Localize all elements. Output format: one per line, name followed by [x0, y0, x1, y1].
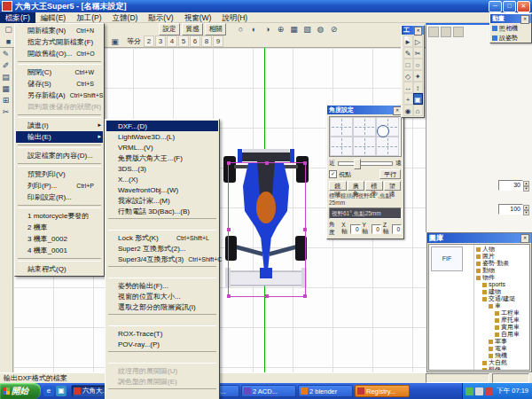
menu-item[interactable]: ▸	[18, 205, 101, 208]
menu-bar-item[interactable]: 視窗(W)	[179, 12, 217, 23]
menu-item[interactable]: 免費版六角大王...(F) ▸	[106, 153, 218, 163]
axis-value-input[interactable]: 0	[372, 224, 381, 234]
tree-item[interactable]: 車	[474, 302, 529, 309]
slider-thumb[interactable]	[354, 159, 361, 169]
menu-item[interactable]: ▸	[108, 388, 216, 399]
menu-item[interactable]: ROX-Trace(T) ▸	[106, 328, 218, 339]
selection-handle[interactable]	[265, 161, 269, 165]
quick-launch-icon[interactable]: ▣	[56, 386, 66, 396]
tree-item[interactable]: 交通/建築	[474, 295, 529, 302]
menu-item[interactable]: 指定方式開新檔案(F) ▸	[16, 36, 103, 48]
menu-item[interactable]: 開新檔案(N) Ctrl+N ▸	[16, 25, 103, 36]
toolbar-icon[interactable]: ◐	[248, 24, 260, 35]
tree-item[interactable]: 想像	[474, 366, 529, 370]
menu-item[interactable]: ▸	[108, 351, 216, 364]
viewpoint-checkbox[interactable]: ✓	[329, 170, 337, 178]
menu-item[interactable]: 儲存(S) Ctrl+S ▸	[16, 78, 103, 90]
menu-item[interactable]: ▸	[18, 145, 101, 148]
tool-button[interactable]: ◉	[403, 105, 413, 116]
taskbar-window-button[interactable]: 2 ACD...	[241, 385, 296, 397]
tree-item[interactable]: 姿勢·動畫	[474, 260, 529, 267]
menu-item[interactable]: 視窗的位置和大小... ▸	[106, 291, 218, 301]
tool-button[interactable]: ▷	[413, 35, 423, 47]
tree-item[interactable]: 人物	[474, 246, 529, 253]
close-icon[interactable]: ✕	[520, 234, 529, 243]
menu-item[interactable]: 3DS...(3) ▸	[106, 163, 218, 174]
left-toolbar-icon[interactable]: ⊞	[0, 95, 12, 106]
menu-item[interactable]: 設定檔案的內容(D)... ▸	[16, 150, 103, 161]
menu-bar-item[interactable]: 說明(H)	[216, 12, 253, 23]
value-input[interactable]: 100	[498, 204, 523, 215]
tree-item[interactable]: 動物	[474, 267, 529, 274]
tray-icon[interactable]	[475, 387, 483, 395]
menu-item[interactable]: 4 機車_0001 ▸	[16, 245, 103, 256]
tree-item[interactable]: 自用車	[474, 331, 529, 338]
menu-item[interactable]: Super2 互換形式(2)... ▸	[106, 243, 218, 254]
menu-item[interactable]: ▸	[18, 258, 101, 262]
selection-handle[interactable]	[303, 161, 307, 165]
tool-button[interactable]: ↕	[413, 82, 423, 93]
mode-tab[interactable]: 設定	[159, 23, 180, 35]
menu-item[interactable]: 結束程式(Q) ▸	[16, 263, 103, 275]
close-icon[interactable]: ✕	[520, 15, 529, 24]
lens-button[interactable]: 標準	[365, 181, 383, 191]
menu-item[interactable]: Super3/4互換形式(3) Ctrl+Shift+C ▸	[106, 254, 218, 264]
menu-item[interactable]: Lock 形式(K) Ctrl+Shift+L ▸	[106, 232, 218, 243]
divide-number-button[interactable]: 5	[178, 35, 189, 47]
tray-icon[interactable]	[485, 387, 493, 395]
selection-handle[interactable]	[227, 294, 231, 298]
divide-number-button[interactable]: 3	[155, 35, 166, 47]
menu-item[interactable]: ▸	[18, 61, 101, 65]
menu-item[interactable]: DXF...(D) ▸	[106, 121, 218, 131]
divide-number-button[interactable]: 6	[190, 35, 200, 47]
library-thumbnail[interactable]: FIF	[431, 246, 463, 271]
view-direction-grid[interactable]	[329, 116, 402, 157]
tree-item[interactable]: 電車	[474, 345, 529, 352]
menu-item[interactable]: ▸	[18, 114, 101, 118]
tree-item[interactable]: 圖片	[474, 253, 529, 260]
menu-bar-item[interactable]: 檔案(F)	[0, 12, 35, 23]
tool-button[interactable]: ▣	[413, 93, 423, 105]
tool-button[interactable]: ✂	[413, 47, 423, 59]
selection-handle[interactable]	[227, 228, 231, 231]
menu-item[interactable]: 姿勢的輸出(F)... ▸	[106, 280, 218, 291]
menu-bar-item[interactable]: 顯示(V)	[143, 12, 178, 23]
tool-button[interactable]: ⌂	[413, 105, 423, 116]
tool-button[interactable]: ✦	[413, 70, 423, 82]
menu-item[interactable]: 紋理用的展開圖(U) ▸	[106, 365, 218, 376]
menu-item[interactable]: 關閉(C) Ctrl+W ▸	[16, 66, 103, 78]
toolbar-icon[interactable]: ■	[3, 36, 14, 47]
selection-handle[interactable]	[227, 161, 231, 165]
tray-icon[interactable]	[466, 387, 473, 395]
menu-item[interactable]: ▸	[18, 163, 101, 167]
toolbar-icon[interactable]: ▣	[109, 36, 121, 47]
tree-item[interactable]: 摩托車	[474, 317, 529, 324]
menu-item[interactable]: 2 機車 ▸	[16, 222, 103, 233]
tree-item[interactable]: 大自然	[474, 359, 529, 366]
menu-item[interactable]: ▸	[108, 314, 216, 326]
menu-item[interactable]: WavefrontObj...(W) ▸	[106, 184, 218, 195]
menu-bar-item[interactable]: 編輯(E)	[35, 12, 71, 23]
toolbar-icon[interactable]: ◍	[315, 24, 326, 35]
lens-button[interactable]: 鏡頭	[329, 181, 347, 191]
selection-handle[interactable]	[303, 228, 307, 231]
panel-icon[interactable]	[453, 27, 464, 37]
axis-value-input[interactable]: 0	[350, 224, 360, 234]
value-input[interactable]: 30	[498, 180, 523, 191]
tool-button[interactable]: ✎	[403, 47, 413, 59]
animation-palette-item[interactable]: 照相機	[490, 23, 531, 33]
menu-item[interactable]: 另存新檔(A) Ctrl+Shift+S ▸	[16, 90, 103, 101]
menu-item[interactable]: 1 motorcycle要發的 ▸	[16, 210, 103, 222]
tree-item[interactable]: 軍事	[474, 338, 529, 345]
divide-number-button[interactable]: 2	[144, 35, 154, 47]
lens-button[interactable]: 廣角	[348, 181, 365, 191]
window-control-button[interactable]: ─	[489, 1, 502, 12]
menu-item[interactable]: X...(X) ▸	[106, 174, 218, 184]
animation-palette-item[interactable]: 設姿勢	[490, 33, 531, 43]
menu-item[interactable]: 開啟舊檔(O)... Ctrl+O ▸	[16, 48, 103, 59]
distance-slider[interactable]	[338, 161, 393, 166]
palette-title-bar[interactable]: 工具 ✕	[402, 26, 424, 35]
window-control-button[interactable]: ✕	[517, 1, 530, 12]
toolbar-icon[interactable]: ▢	[3, 24, 14, 35]
menu-item[interactable]: 預覽列印(V) ▸	[16, 168, 103, 180]
